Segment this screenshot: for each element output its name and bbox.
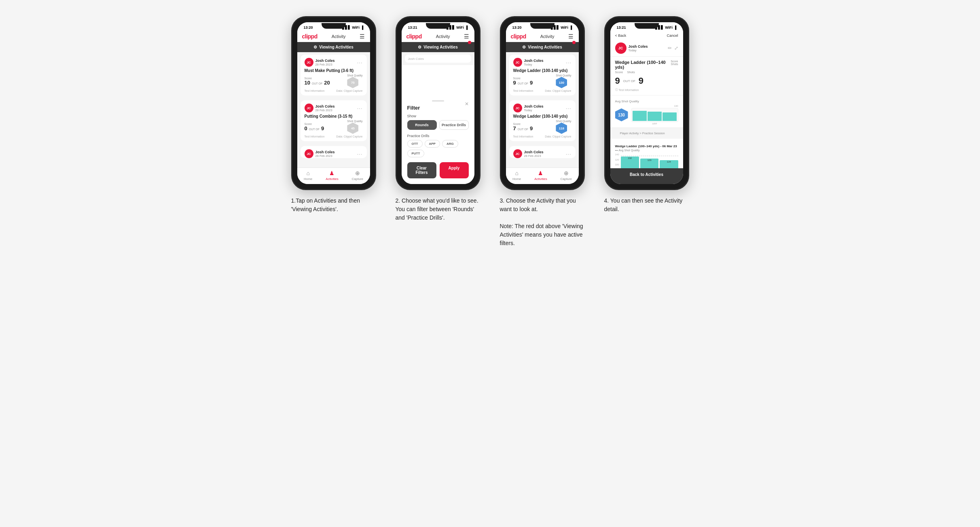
screen-content-3: JC Josh Coles Today ··· Wedge Ladder (10… [506,52,579,167]
show-toggle-group: Rounds Practice Drills [407,120,469,130]
chart-bar-2 [648,112,662,121]
practice-session-label-4: Player Activity > Practice Session [615,129,678,137]
phone-3-screen: 13:20 ▋▋▋ WiFi ▐ clippd Activity ☰ ⚙ V [506,22,579,184]
battery-icon-4: ▐ [674,25,676,30]
nav-activities-label-3: Activities [534,177,547,181]
detail-drill-block: Wedge Ladder (100–140 yds) Score Shots 9… [615,60,671,86]
home-icon-3: ⌂ [515,170,518,176]
y-axis: 140 120 100 80 60 [615,153,619,168]
nav-capture-1[interactable]: ⊕ Capture [352,170,363,181]
bg-card-2: Josh Coles [405,55,471,63]
menu-icon-3[interactable]: ☰ [568,33,574,40]
phone-4-frame: 13:21 ▋▋▋ WiFi ▐ < Back Cancel [604,16,689,190]
cancel-btn-4[interactable]: Cancel [667,34,678,38]
viewing-banner-2[interactable]: ⚙ Viewing Activities [402,42,474,52]
detail-title-stats: Wedge Ladder (100–140 yds) Score Shots 9… [615,60,678,86]
filter-arg[interactable]: ARG [442,140,458,148]
user-date-3-2: Today [524,108,544,112]
logo-2: clippd [406,33,422,40]
activity-card-1-1[interactable]: JC Josh Coles 28 Feb 2023 ··· Must Make … [301,55,367,95]
sq-block-1-1: Shot Quality 75 [347,74,362,88]
phone-2-column: 13:21 ▋▋▋ WiFi ▐ clippd Activity ☰ [392,16,485,222]
card-header-1-1: JC Josh Coles 28 Feb 2023 ··· [305,58,363,67]
detail-shots-4: 9 [639,76,643,86]
viewing-banner-text-3: Viewing Activities [528,45,562,49]
back-btn-4[interactable]: < Back [615,34,627,38]
shots-val-3-2: 9 [530,125,533,131]
apply-btn[interactable]: Apply [440,162,469,178]
nav-capture-label-1: Capture [352,177,363,181]
caption-3a: 3. Choose the Activity that you want to … [500,197,585,248]
phone-3-notch [530,23,555,29]
detail-action-icons: ✏ ⤢ [668,45,678,51]
bar-1: 132 [621,157,639,168]
shots-val-3-1: 9 [530,80,533,86]
clear-filters-btn[interactable]: Clear Filters [407,162,436,178]
chart-section-4: Wedge Ladder (100–140 yds) - 06 Mar 23 •… [610,141,683,168]
viewing-banner-text-1: Viewing Activities [319,45,353,49]
nav-home-1[interactable]: ⌂ Home [304,170,312,181]
header-title-1: Activity [332,34,346,39]
back-activities-btn-4[interactable]: Back to Activities [610,168,683,181]
wifi-icon-4: WiFi [665,25,673,30]
sq-label-3-2: Shot Quality [556,120,571,123]
nav-activities-3[interactable]: ♟ Activities [534,170,547,181]
activity-card-1-2[interactable]: JC Josh Coles 28 Feb 2023 ··· Putting Co… [301,100,367,141]
card-dots-3-3[interactable]: ··· [566,151,571,157]
score-block-1-1: Score 10 OUT OF 20 [305,77,330,86]
card-dots-1-1[interactable]: ··· [357,59,363,66]
score-block-3-1: Score 9 OUT OF 9 [513,77,533,86]
card-dots-1-3[interactable]: ··· [357,151,363,157]
mini-chart: 130 APP [631,105,678,125]
detail-score-4: 9 [615,76,620,86]
menu-icon-1[interactable]: ☰ [360,33,365,40]
capture-icon-3: ⊕ [564,170,569,176]
session-title-4: Wedge Ladder (100–140 yds) - 06 Mar 23 [615,144,678,149]
nav-home-3[interactable]: ⌂ Home [512,170,521,181]
viewing-banner-3[interactable]: ⚙ Viewing Activities [506,42,579,52]
filter-app[interactable]: APP [425,140,440,148]
nav-activities-1[interactable]: ♟ Activities [326,170,339,181]
show-label: Show [407,114,469,118]
viewing-banner-1[interactable]: ⚙ Viewing Activities [297,42,370,52]
shots-val-1-2: 9 [321,125,324,131]
detail-out-of-4: OUT OF [623,79,635,83]
filter-putt[interactable]: PUTT [407,150,425,157]
activities-icon-3: ♟ [538,170,543,176]
menu-icon-2[interactable]: ☰ [464,33,469,40]
avatar-name-3-1: JC Josh Coles Today [513,58,544,67]
activity-card-3-2[interactable]: JC Josh Coles Today ··· Wedge Ladder (10… [509,100,576,141]
card-dots-1-2[interactable]: ··· [357,105,363,111]
sq-hex-3-2: 118 [556,123,567,134]
filter-ott[interactable]: OTT [407,140,423,148]
logo-1: clippd [302,33,317,40]
edit-icon-4[interactable]: ✏ [668,45,672,51]
card-dots-3-1[interactable]: ··· [566,59,571,66]
avatar-3-3: JC [513,149,522,158]
phone-4-column: 13:21 ▋▋▋ WiFi ▐ < Back Cancel [600,16,693,214]
modal-close-btn[interactable]: ✕ [465,101,469,107]
drill-name-3-1: Wedge Ladder (100-140 yds) [513,68,571,73]
card-dots-3-2[interactable]: ··· [566,105,571,111]
practice-drills-btn[interactable]: Practice Drills [439,120,469,130]
score-val-3-2: 7 [513,125,516,131]
activity-card-1-3[interactable]: JC Josh Coles 28 Feb 2023 ··· [301,146,367,158]
avatar-name-3-3: JC Josh Coles 28 Feb 2023 [513,149,544,158]
activity-card-3-3[interactable]: JC Josh Coles 28 Feb 2023 ··· [509,146,576,158]
data-text-3-1: Data: Clippd Capture [545,89,571,92]
info-row-1-2: Test Information Data: Clippd Capture [305,135,363,138]
avatar-name-1-2: JC Josh Coles 28 Feb 2023 [305,104,335,112]
rounds-btn[interactable]: Rounds [407,120,437,130]
avatar-1-2: JC [305,104,313,112]
sq-label-3-1: Shot Quality [556,74,571,77]
phone-4-notch [635,23,659,29]
wifi-icon: WiFi [352,25,360,30]
info-row-1-1: Test Information Data: Clippd Capture [305,89,363,92]
user-date-1-1: 28 Feb 2023 [315,63,335,66]
nav-capture-3[interactable]: ⊕ Capture [561,170,572,181]
expand-icon-4[interactable]: ⤢ [674,45,678,51]
score-val-1-2: 0 [305,125,307,131]
bottom-space-4 [610,181,683,184]
app-header-1: clippd Activity ☰ [297,31,370,42]
activity-card-3-1[interactable]: JC Josh Coles Today ··· Wedge Ladder (10… [509,55,576,95]
